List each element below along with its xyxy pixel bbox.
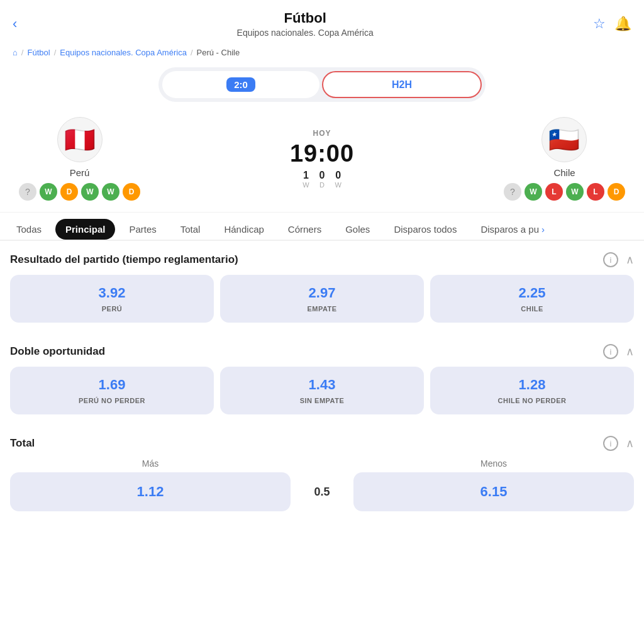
team-away: 🇨🇱 Chile ? W L W L D [504,117,625,201]
match-info: 🇵🇪 Perú ? W D W W D HOY 19:00 1 W 0 D 0 [0,104,644,207]
form-away-unknown: ? [504,183,521,201]
tab-goles[interactable]: Goles [335,219,380,240]
odds-chile-value: 2.25 [519,285,546,301]
form-away-w2: W [566,183,584,201]
page-subtitle: Equipos nacionales. Copa América [17,28,593,38]
tab-disparos-pu[interactable]: Disparos a pu › [470,219,555,240]
breadcrumb-futbol[interactable]: Fútbol [27,48,50,57]
total-section-header: Total i ∧ [10,425,634,458]
tab-principal[interactable]: Principal [55,219,115,240]
total-less-value: 6.15 [480,484,508,500]
breadcrumb-copa[interactable]: Equipos nacionales. Copa América [60,48,187,57]
total-line: 0.5 [297,472,347,511]
double-collapse-button[interactable]: ∧ [626,345,634,358]
team-home-logo: 🇵🇪 [57,117,103,162]
total-less-card[interactable]: 6.15 [353,472,634,511]
odds-peru[interactable]: 3.92 PERÚ [10,275,214,323]
notification-button[interactable]: 🔔 [614,17,631,31]
team-home-form: ? W D W W D [19,183,140,201]
total-odds-row: 1.12 0.5 6.15 [10,472,634,511]
odds-chile[interactable]: 2.25 CHILE [430,275,634,323]
team-home-name: Perú [70,167,90,178]
result-collapse-button[interactable]: ∧ [626,253,634,267]
odds-empate[interactable]: 2.97 EMPATE [220,275,424,323]
header-center: Fútbol Equipos nacionales. Copa América [17,10,593,38]
header: ‹ Fútbol Equipos nacionales. Copa Améric… [0,0,644,43]
record-w-val: 1 [303,170,309,181]
score-tab[interactable]: 2:0 [162,71,319,98]
match-time: 19:00 [290,140,354,167]
odds-chile-label: CHILE [521,305,543,313]
tab-partes[interactable]: Partes [119,219,166,240]
score-badge: 2:0 [226,77,255,92]
bet-tabs: Todas Principal Partes Total Hándicap Có… [0,213,644,241]
header-icons: ☆ 🔔 [593,17,631,31]
back-button[interactable]: ‹ [13,17,17,31]
match-center: HOY 19:00 1 W 0 D 0 W [290,129,354,189]
total-section-actions: i ∧ [603,436,634,451]
total-line-value: 0.5 [314,486,330,499]
breadcrumb: ⌂ / Fútbol / Equipos nacionales. Copa Am… [0,43,644,62]
double-info-button[interactable]: i [603,344,618,359]
tab-todas[interactable]: Todas [6,219,52,240]
record-l-val: 0 [335,170,341,181]
total-section: Total i ∧ Más Menos 1.12 0.5 6.15 [0,425,644,511]
form-unknown: ? [19,183,36,201]
match-record: 1 W 0 D 0 W [303,170,341,189]
odds-chile-no-perder[interactable]: 1.28 CHILE NO PERDER [430,367,634,414]
record-d-lbl: D [319,181,325,189]
page-title: Fútbol [17,10,593,26]
tab-disparos-todos[interactable]: Disparos todos [384,219,467,240]
odds-empate-label: EMPATE [307,305,336,313]
form-away-d: D [608,183,625,201]
odds-se-value: 1.43 [309,377,336,393]
odds-peru-label: PERÚ [102,305,123,313]
result-section-actions: i ∧ [603,252,634,267]
result-section-header: Resultado del partido (tiempo reglamenta… [10,241,634,275]
total-section-title: Total [10,437,35,450]
team-away-form: ? W L W L D [504,183,625,201]
total-labels-row: Más Menos [10,458,634,469]
more-icon: › [541,224,545,235]
double-section-title: Doble oportunidad [10,345,105,358]
double-odds-row: 1.69 PERÚ NO PERDER 1.43 SIN EMPATE 1.28… [10,367,634,414]
result-info-button[interactable]: i [603,252,618,267]
odds-empate-value: 2.97 [309,285,336,301]
tab-corners[interactable]: Córners [278,219,331,240]
form-dot-w3: W [102,183,119,201]
total-more-value: 1.12 [137,484,164,500]
total-more-label: Más [10,458,291,469]
form-away-l: L [545,183,563,201]
form-dot-w: W [40,183,57,201]
team-away-logo: 🇨🇱 [541,117,587,162]
odds-cnp-value: 1.28 [519,377,546,393]
double-section-header: Doble oportunidad i ∧ [10,333,634,367]
double-section-actions: i ∧ [603,344,634,359]
form-dot-w2: W [81,183,99,201]
form-dot-d: D [60,183,78,201]
record-d-val: 0 [319,170,325,181]
record-w-lbl: W [303,181,309,189]
total-collapse-button[interactable]: ∧ [626,436,634,450]
form-away-l2: L [587,183,604,201]
team-home: 🇵🇪 Perú ? W D W W D [19,117,140,201]
tab-handicap[interactable]: Hándicap [214,219,274,240]
odds-sin-empate[interactable]: 1.43 SIN EMPATE [220,367,424,414]
result-section-title: Resultado del partido (tiempo reglamenta… [10,253,238,266]
odds-peru-value: 3.92 [99,285,126,301]
odds-se-label: SIN EMPATE [300,397,345,404]
record-l-lbl: W [335,181,341,189]
odds-pnp-value: 1.69 [99,377,126,393]
total-more-card[interactable]: 1.12 [10,472,291,511]
total-info-button[interactable]: i [603,436,618,451]
result-odds-row: 3.92 PERÚ 2.97 EMPATE 2.25 CHILE [10,275,634,323]
form-dot-d2: D [123,183,140,201]
tab-total[interactable]: Total [170,219,211,240]
odds-pnp-label: PERÚ NO PERDER [79,397,145,404]
breadcrumb-match: Perú - Chile [197,48,240,57]
total-less-label: Menos [353,458,634,469]
favorite-button[interactable]: ☆ [593,17,606,31]
h2h-tab[interactable]: H2H [322,71,482,98]
odds-peru-no-perder[interactable]: 1.69 PERÚ NO PERDER [10,367,214,414]
home-icon[interactable]: ⌂ [13,48,18,57]
